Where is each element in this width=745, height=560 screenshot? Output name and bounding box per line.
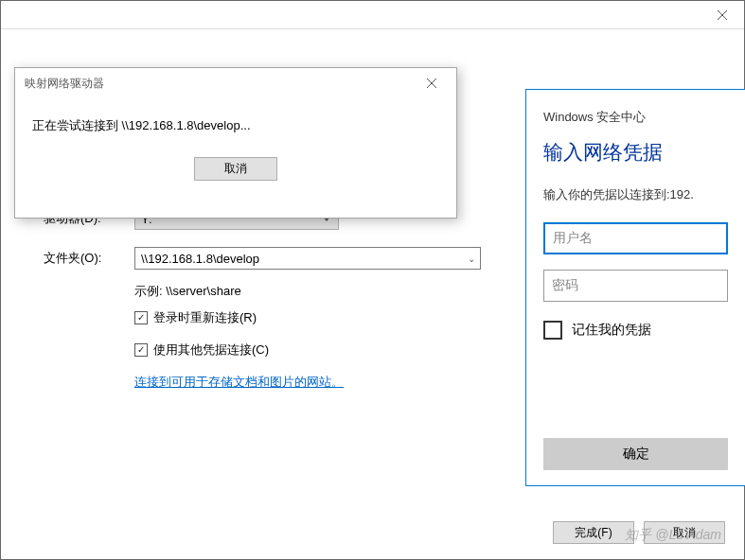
dialog-content: 驱动器(D): Y: 文件夹(O): \\192.168.1.8\develop… bbox=[1, 29, 744, 559]
reconnect-checkbox-row[interactable]: ✓ 登录时重新连接(R) bbox=[134, 309, 257, 326]
folder-example-text: 示例: \\server\share bbox=[134, 283, 241, 300]
username-placeholder: 用户名 bbox=[553, 230, 593, 247]
folder-combobox[interactable]: \\192.168.1.8\develop ⌄ bbox=[134, 247, 481, 270]
different-credentials-checkbox-row[interactable]: ✓ 使用其他凭据连接(C) bbox=[134, 341, 269, 359]
connect-website-link[interactable]: 连接到可用于存储文档和图片的网站。 bbox=[134, 374, 344, 391]
connecting-cancel-button[interactable]: 取消 bbox=[194, 157, 277, 181]
connecting-modal-body: 正在尝试连接到 \\192.168.1.8\develop... 取消 bbox=[15, 98, 456, 181]
connecting-modal-titlebar: 映射网络驱动器 bbox=[15, 68, 456, 98]
username-field[interactable]: 用户名 bbox=[543, 222, 728, 254]
connecting-message: 正在尝试连接到 \\192.168.1.8\develop... bbox=[32, 117, 439, 134]
folder-combobox-value: \\192.168.1.8\develop bbox=[141, 252, 259, 266]
close-icon bbox=[717, 9, 728, 21]
credentials-ok-button[interactable]: 确定 bbox=[543, 438, 728, 470]
dialog-close-button[interactable] bbox=[701, 1, 744, 29]
reconnect-checkbox-label: 登录时重新连接(R) bbox=[153, 309, 257, 326]
finish-button[interactable]: 完成(F) bbox=[553, 521, 634, 544]
folder-row: 文件夹(O): \\192.168.1.8\develop ⌄ bbox=[44, 247, 481, 270]
password-placeholder: 密码 bbox=[552, 277, 578, 294]
credentials-subtitle: Windows 安全中心 bbox=[543, 109, 728, 126]
cancel-button[interactable]: 取消 bbox=[644, 521, 725, 544]
password-field[interactable]: 密码 bbox=[543, 270, 728, 302]
checkbox-unchecked-icon bbox=[543, 321, 562, 340]
map-drive-dialog: 驱动器(D): Y: 文件夹(O): \\192.168.1.8\develop… bbox=[0, 0, 745, 560]
credentials-prompt: 输入你的凭据以连接到:192. bbox=[543, 186, 728, 203]
credentials-heading: 输入网络凭据 bbox=[543, 139, 728, 166]
dialog-titlebar bbox=[1, 1, 744, 29]
connecting-modal: 映射网络驱动器 正在尝试连接到 \\192.168.1.8\develop...… bbox=[14, 67, 457, 219]
different-credentials-checkbox-label: 使用其他凭据连接(C) bbox=[153, 341, 269, 359]
checkmark-icon: ✓ bbox=[134, 343, 148, 357]
connecting-modal-close-button[interactable] bbox=[417, 72, 447, 95]
close-icon bbox=[426, 78, 437, 89]
checkmark-icon: ✓ bbox=[134, 311, 148, 324]
remember-credentials-checkbox-row[interactable]: 记住我的凭据 bbox=[543, 321, 728, 340]
connecting-modal-title: 映射网络驱动器 bbox=[25, 76, 104, 92]
folder-label: 文件夹(O): bbox=[44, 250, 117, 267]
chevron-down-icon: ⌄ bbox=[463, 248, 480, 269]
remember-credentials-label: 记住我的凭据 bbox=[572, 322, 651, 339]
credentials-panel: Windows 安全中心 输入网络凭据 输入你的凭据以连接到:192. 用户名 … bbox=[525, 89, 745, 486]
dialog-footer-buttons: 完成(F) 取消 bbox=[553, 521, 725, 544]
